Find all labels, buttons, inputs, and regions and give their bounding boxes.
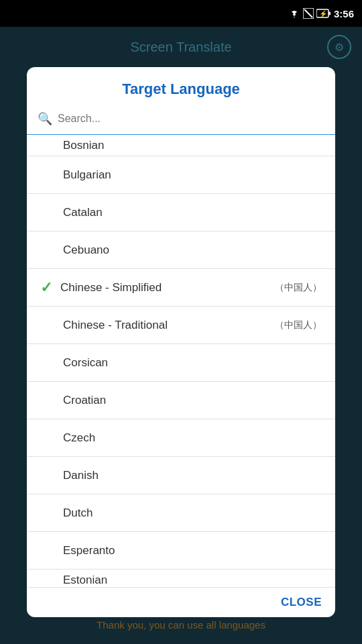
language-name: Estonian (63, 570, 322, 587)
language-name: Croatian (63, 394, 322, 407)
language-name: Catalan (63, 206, 322, 219)
language-item[interactable]: Estonian (27, 570, 335, 587)
close-button[interactable]: Close (281, 596, 322, 609)
status-icons: ⚡ 3:56 (288, 8, 354, 19)
language-item[interactable]: Esperanto (27, 532, 335, 570)
language-name: Esperanto (63, 544, 322, 557)
check-icon: ✓ (40, 279, 52, 297)
svg-rect-3 (328, 12, 330, 15)
language-item[interactable]: Cebuano (27, 231, 335, 269)
language-item[interactable]: Dutch (27, 494, 335, 532)
language-item[interactable]: ✓Chinese - Simplified（中国人） (27, 269, 335, 307)
language-native: （中国人） (275, 319, 322, 331)
dialog-overlay: Target Language 🔍 BosnianBulgarianCatala… (0, 27, 362, 644)
status-bar: ⚡ 3:56 (0, 0, 362, 27)
language-native: （中国人） (275, 282, 322, 294)
dialog-title: Target Language (27, 67, 335, 106)
language-item[interactable]: Czech (27, 419, 335, 457)
dialog-footer: Close (27, 587, 335, 617)
app-background: Screen Translate ⚙ Thank you, you can us… (0, 27, 362, 644)
language-name: Danish (63, 469, 322, 482)
language-item[interactable]: Bulgarian (27, 156, 335, 194)
language-name: Bulgarian (63, 168, 322, 182)
search-container: 🔍 (27, 106, 335, 134)
wifi-icon (288, 9, 300, 18)
language-item[interactable]: Chinese - Traditional（中国人） (27, 307, 335, 344)
language-item[interactable]: Danish (27, 457, 335, 494)
language-name: Czech (63, 431, 322, 445)
language-name: Dutch (63, 506, 322, 520)
language-name: Cebuano (63, 244, 322, 257)
language-list[interactable]: BosnianBulgarianCatalanCebuano✓Chinese -… (27, 134, 335, 587)
language-item[interactable]: Croatian (27, 382, 335, 419)
language-item[interactable]: Corsican (27, 344, 335, 382)
language-item[interactable]: Catalan (27, 194, 335, 231)
language-name: Bosnian (63, 135, 322, 156)
search-icon: 🔍 (38, 111, 52, 126)
battery-icon: ⚡ (316, 9, 331, 18)
svg-line-1 (304, 9, 312, 17)
svg-text:⚡: ⚡ (319, 9, 328, 18)
language-name: Corsican (63, 356, 322, 370)
language-name: Chinese - Simplified (60, 281, 269, 294)
status-time: 3:56 (334, 8, 354, 19)
target-language-dialog: Target Language 🔍 BosnianBulgarianCatala… (27, 67, 335, 617)
search-input[interactable] (58, 113, 324, 125)
signal-icon (303, 8, 314, 19)
language-name: Chinese - Traditional (63, 319, 269, 332)
language-item[interactable]: Bosnian (27, 135, 335, 156)
